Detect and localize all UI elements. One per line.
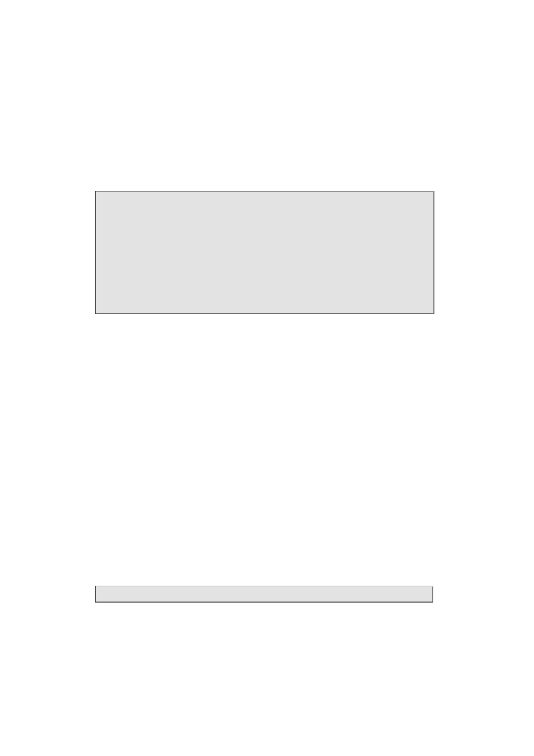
content-box-small <box>95 586 433 603</box>
content-box-large <box>95 191 434 314</box>
